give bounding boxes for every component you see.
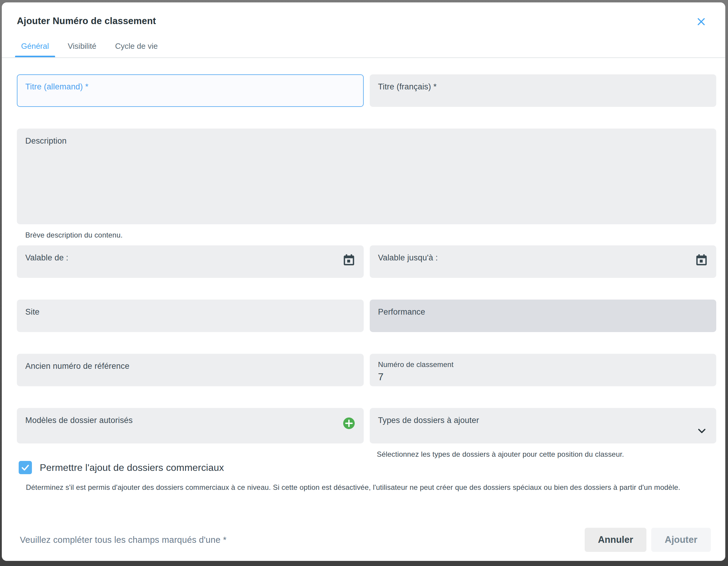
tab-lifecycle[interactable]: Cycle de vie <box>109 42 164 57</box>
site-performance-row: Site Performance <box>17 300 716 332</box>
commercial-checkbox[interactable] <box>19 461 32 474</box>
calendar-icon[interactable] <box>695 253 708 267</box>
tab-bar: Général Visibilité Cycle de vie <box>2 42 725 57</box>
dossier-types-field[interactable]: Types de dossiers à ajouter <box>370 408 717 443</box>
performance-label: Performance <box>378 307 709 317</box>
dialog-title: Ajouter Numéro de classement <box>17 16 156 26</box>
dossier-types-label: Types de dossiers à ajouter <box>378 416 695 425</box>
calendar-icon[interactable] <box>342 253 356 267</box>
site-field[interactable]: Site <box>17 300 364 332</box>
title-french-field[interactable]: Titre (français) * <box>370 74 717 107</box>
reference-row: Ancien numéro de référence Numéro de cla… <box>17 354 716 386</box>
classification-number-label: Numéro de classement <box>378 360 709 369</box>
valid-from-field[interactable]: Valable de : <box>17 245 364 278</box>
valid-from-label: Valable de : <box>25 253 342 263</box>
description-hint: Brève description du contenu. <box>25 231 716 239</box>
dialog-footer: Veuillez compléter tous les champs marqu… <box>2 528 725 561</box>
chevron-down-icon[interactable] <box>695 424 708 437</box>
title-row: Titre (allemand) * Titre (français) * <box>17 74 716 107</box>
dialog-content: Titre (allemand) * Titre (français) * De… <box>2 58 725 528</box>
footer-actions: Annuler Ajouter <box>585 528 711 552</box>
add-classification-dialog: Ajouter Numéro de classement Général Vis… <box>2 2 725 561</box>
validity-row: Valable de : Valable jusqu'à : <box>17 245 716 278</box>
title-french-label: Titre (français) * <box>378 82 709 92</box>
close-icon <box>695 16 707 28</box>
cancel-button[interactable]: Annuler <box>585 528 646 552</box>
templates-row: Modèles de dossier autorisés Types de do… <box>17 408 716 459</box>
close-button[interactable] <box>694 14 708 29</box>
valid-until-field[interactable]: Valable jusqu'à : <box>370 245 717 278</box>
description-label: Description <box>25 136 708 146</box>
commercial-checkbox-row: Permettre l'ajout de dossiers commerciau… <box>17 461 716 474</box>
allowed-templates-field[interactable]: Modèles de dossier autorisés <box>17 408 364 443</box>
tab-general[interactable]: Général <box>15 42 55 57</box>
site-label: Site <box>25 307 356 317</box>
old-reference-label: Ancien numéro de référence <box>25 362 356 371</box>
required-fields-note: Veuillez compléter tous les champs marqu… <box>20 535 226 545</box>
old-reference-field[interactable]: Ancien numéro de référence <box>17 354 364 386</box>
dossier-types-hint: Sélectionnez les types de dossiers à ajo… <box>377 450 717 459</box>
description-block: Description Brève description du contenu… <box>17 129 716 239</box>
allowed-templates-label: Modèles de dossier autorisés <box>25 416 342 425</box>
title-german-label: Titre (allemand) * <box>25 82 356 92</box>
description-field[interactable]: Description <box>17 129 716 224</box>
valid-until-label: Valable jusqu'à : <box>378 253 695 263</box>
commercial-checkbox-hint: Déterminez s'il est permis d'ajouter des… <box>26 483 712 492</box>
title-german-field[interactable]: Titre (allemand) * <box>17 74 364 107</box>
performance-field: Performance <box>370 300 717 332</box>
commercial-checkbox-label[interactable]: Permettre l'ajout de dossiers commerciau… <box>40 462 224 473</box>
classification-number-field[interactable]: Numéro de classement 7 <box>370 354 717 386</box>
submit-button[interactable]: Ajouter <box>651 528 711 552</box>
checkmark-icon <box>20 462 30 473</box>
tab-visibility[interactable]: Visibilité <box>62 42 102 57</box>
classification-number-value: 7 <box>378 371 709 383</box>
add-icon[interactable] <box>342 416 356 430</box>
dialog-header: Ajouter Numéro de classement <box>2 2 725 29</box>
